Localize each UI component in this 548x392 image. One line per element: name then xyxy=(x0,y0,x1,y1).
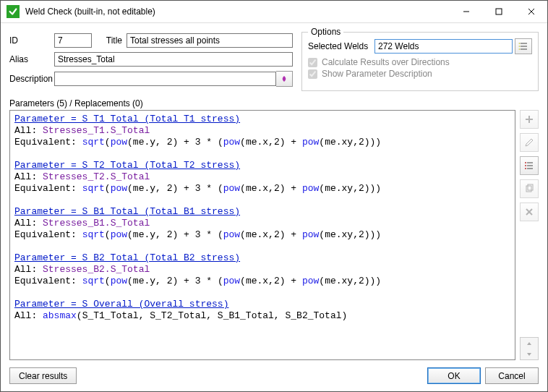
svg-point-8 xyxy=(519,46,521,47)
show-param-desc-input[interactable] xyxy=(308,69,317,79)
selected-welds-value: 272 Welds xyxy=(378,41,419,51)
svg-marker-22 xyxy=(527,342,531,345)
parameters-code-view[interactable]: Parameter = S T1 Total (Total T1 stress)… xyxy=(9,110,515,360)
show-param-desc-label: Show Parameter Description xyxy=(322,69,432,79)
edit-button[interactable] xyxy=(520,133,539,152)
maximize-button[interactable] xyxy=(482,1,515,22)
options-group: Options Selected Welds 272 Welds Calcula… xyxy=(301,32,539,91)
selected-welds-field[interactable]: 272 Welds xyxy=(374,39,513,54)
client-area: ID Title Alias Description xyxy=(1,23,547,391)
scroll-up-icon[interactable] xyxy=(521,338,538,349)
weld-check-dialog: Weld Check (built-in, not editable) ID T… xyxy=(0,0,548,392)
calc-over-directions-checkbox[interactable]: Calculate Results over Directions xyxy=(308,57,532,67)
main-form: ID Title Alias Description xyxy=(9,29,301,91)
svg-rect-17 xyxy=(525,168,526,169)
cancel-button[interactable]: Cancel xyxy=(485,367,539,384)
alias-label: Alias xyxy=(9,54,54,64)
copy-button[interactable] xyxy=(520,179,539,198)
parameters-header: Parameters (5) / Replacements (0) xyxy=(9,98,539,108)
svg-rect-1 xyxy=(496,9,502,14)
svg-rect-16 xyxy=(525,165,526,166)
description-label: Description xyxy=(9,74,54,84)
minimize-button[interactable] xyxy=(450,1,482,22)
window-title: Weld Check (built-in, not editable) xyxy=(25,7,450,17)
titlebar: Weld Check (built-in, not editable) xyxy=(1,1,547,23)
scroll-spinner[interactable] xyxy=(520,337,539,360)
svg-rect-15 xyxy=(525,162,526,163)
selected-welds-list-button[interactable] xyxy=(515,38,532,54)
alias-field[interactable] xyxy=(54,52,293,67)
svg-rect-19 xyxy=(528,184,533,190)
selected-welds-label: Selected Welds xyxy=(308,41,374,51)
add-button[interactable] xyxy=(520,110,539,129)
list-button[interactable] xyxy=(520,156,539,175)
side-button-bar xyxy=(520,110,539,360)
svg-rect-18 xyxy=(526,186,531,192)
delete-button[interactable] xyxy=(520,203,539,221)
calc-over-directions-label: Calculate Results over Directions xyxy=(322,57,450,67)
title-field[interactable] xyxy=(127,33,293,48)
svg-marker-23 xyxy=(527,353,531,356)
app-icon xyxy=(7,5,20,18)
clear-results-button[interactable]: Clear results xyxy=(9,367,77,384)
id-field[interactable] xyxy=(54,33,92,48)
svg-point-7 xyxy=(519,43,521,44)
ok-button[interactable]: OK xyxy=(427,367,481,384)
show-param-desc-checkbox[interactable]: Show Parameter Description xyxy=(308,69,532,79)
options-legend: Options xyxy=(308,27,343,37)
title-label: Title xyxy=(92,35,127,46)
calc-over-directions-input[interactable] xyxy=(308,58,317,67)
id-label: ID xyxy=(9,35,54,46)
scroll-down-icon[interactable] xyxy=(521,349,538,359)
svg-point-9 xyxy=(519,48,521,50)
description-dropdown-button[interactable] xyxy=(276,71,293,87)
description-field[interactable] xyxy=(54,72,276,86)
close-button[interactable] xyxy=(515,1,547,22)
